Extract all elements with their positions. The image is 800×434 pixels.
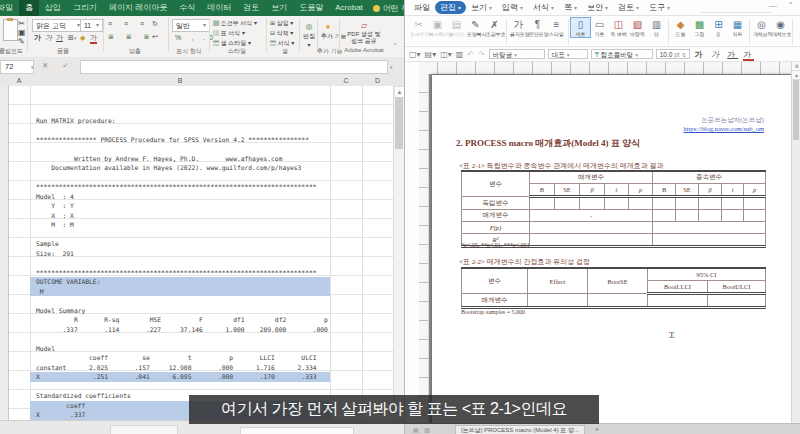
hwp-menu-보안[interactable]: 보안▾ [582, 1, 613, 14]
hwp-tool-조판부호[interactable]: ✗조판부호 [485, 18, 504, 37]
view-mode-icons[interactable]: ▤ ▥ [413, 426, 432, 433]
excel-grid[interactable]: Run MATRIX procedure: **************** P… [0, 86, 393, 420]
column-header-a[interactable]: A [8, 75, 30, 86]
formula-expand-icon[interactable]: ▾ [390, 63, 393, 71]
excel-ribbon-tab[interactable]: 검토 [237, 0, 265, 16]
print-icon[interactable]: ▥ [456, 50, 464, 59]
scrollbar-thumb[interactable] [793, 80, 799, 140]
excel-tab-home[interactable]: 홈 [19, 0, 39, 16]
excel-horizontal-scrollbar[interactable] [240, 427, 354, 434]
underline-button[interactable]: 가 [56, 34, 63, 42]
bold-button[interactable]: 가 [34, 34, 41, 42]
hwp-tool-그림[interactable]: ▩그림 [690, 18, 709, 37]
column-header-b[interactable]: B [30, 75, 330, 86]
font-color-button[interactable]: 가 [90, 34, 97, 44]
save-icon[interactable]: ◫▾ [440, 50, 452, 59]
hwp-vertical-scrollbar[interactable]: ≣ ▲ [791, 62, 800, 424]
hwp-menu-서식[interactable]: 서식▾ [528, 1, 559, 14]
excel-ribbon-tab[interactable]: 페이지 레이아웃 [103, 0, 173, 16]
format-as-table-button[interactable]: ▥ 표 서식 ▾ [213, 29, 245, 38]
cut-icon[interactable]: ✂ [18, 20, 25, 28]
hwp-tool-단[interactable]: ▥단 [647, 18, 666, 37]
hwp-tool-붙이기[interactable]: ▤붙이기 [447, 18, 466, 37]
hwp-tool-찾기[interactable]: H찾기 [795, 18, 800, 37]
hwp-tool-오려두기[interactable]: ✂오려두기 [409, 18, 428, 37]
column-header-c[interactable]: C [330, 75, 362, 86]
text-style-buttons[interactable]: 가 가 가 가 [695, 49, 755, 60]
hwp-search-field[interactable] [701, 3, 771, 13]
excel-ribbon-tab[interactable]: 그리기 [67, 0, 103, 16]
conditional-format-button[interactable]: ▦ 조건부 서식 ▾ [213, 19, 257, 28]
scrollbar-thumb[interactable] [395, 97, 403, 149]
hwp-tool-바탕쪽[interactable]: ▧바탕쪽 [628, 18, 647, 37]
hwp-tool-가로[interactable]: ▭가로 [590, 18, 609, 37]
hwp-tool-개체보호[interactable]: ◉개체보호 [771, 18, 790, 37]
font-size-select[interactable]: 11▾ [80, 19, 103, 32]
format-painter-icon[interactable]: ✎ [18, 38, 25, 46]
hwp-tool-세로[interactable]: ▯세로 [571, 18, 590, 37]
font-size-select[interactable]: 10.0 pt⇅ [656, 49, 690, 59]
preset-select[interactable]: 대표▾ [548, 49, 588, 59]
hwp-tool-표[interactable]: ⊞표 [709, 18, 728, 37]
pdf-create-button[interactable]: ▱PDF 생성 및 링크 공유 [344, 21, 384, 46]
hwp-tool-쪽 여백[interactable]: ◫쪽 여백 [609, 18, 628, 37]
new-tab-button[interactable]: + [595, 425, 599, 434]
name-box-dropdown-icon[interactable]: ▾ [31, 63, 34, 71]
horizontal-align-buttons[interactable]: ≣ ≣ ≣ [108, 33, 155, 41]
excel-ribbon-tab[interactable]: 삽입 [39, 0, 67, 16]
hwp-menu-검토[interactable]: 검토▾ [613, 1, 644, 14]
doc-blog-link[interactable]: https://blog.naver.com/sub_om [683, 125, 764, 132]
document-tab[interactable]: [논쓰남] PROCESS macro (Model 4) 표 양... [455, 425, 585, 434]
tell-me-search[interactable]: 어떤 작업을 원하시나요? [373, 3, 404, 14]
vertical-align-buttons[interactable]: ≡ ≡ ≡ [108, 20, 149, 28]
hwp-tool-복사하기[interactable]: ▣복사하기 [428, 18, 447, 37]
excel-tab-file[interactable]: 파일 [0, 0, 19, 16]
open-icon[interactable]: ▤▾ [425, 50, 437, 59]
borders-button[interactable]: ⊞▾ [68, 34, 76, 42]
fill-color-button[interactable]: ◆ [80, 34, 85, 42]
excel-vertical-scrollbar[interactable]: ▲ [393, 86, 404, 420]
undo-icon[interactable]: ↶ [467, 50, 474, 59]
hwp-menu-도구[interactable]: 도구▾ [644, 1, 675, 14]
excel-ribbon-tab[interactable]: 도움말 [293, 0, 329, 16]
number-format-buttons[interactable]: % , .0 [175, 34, 217, 42]
hwp-window-buttons[interactable]: — ⌃ [769, 1, 798, 10]
font-select[interactable]: ₸ 함초롬바탕▾ [591, 49, 653, 59]
redo-icon[interactable]: ↷ [478, 50, 485, 59]
font-name-select[interactable]: 맑은 고딕▾ [32, 19, 84, 32]
hwp-menu-편집[interactable]: 편집▾ [435, 1, 466, 14]
hwp-menu-입력[interactable]: 입력▾ [497, 1, 528, 14]
new-document-icon[interactable]: ▢▾ [409, 50, 421, 59]
sheet-tab[interactable] [110, 425, 178, 434]
collapse-ribbon-icon[interactable]: ⌃ [392, 42, 398, 50]
wrap-text-button[interactable]: ↩ [152, 33, 158, 41]
hwp-tool-모양복사[interactable]: ✎모양복사 [466, 18, 485, 37]
ruler-toggle-icon[interactable]: ≣ [792, 62, 800, 71]
hwp-tool-개체선택[interactable]: ◎개체선택 [752, 18, 771, 37]
style-select[interactable]: 바탕글▾ [489, 49, 545, 59]
scroll-up-icon[interactable]: ▲ [792, 71, 800, 80]
addins-button[interactable]: ●추가 기능 [321, 22, 335, 41]
column-header-d[interactable]: D [362, 75, 393, 86]
paste-icon[interactable] [3, 19, 18, 41]
formula-input[interactable] [80, 60, 388, 74]
excel-ribbon-tab[interactable]: 수식 [173, 0, 201, 16]
orientation-button[interactable]: ↻ [152, 20, 158, 28]
excel-ribbon-tab[interactable]: 보기 [265, 0, 293, 16]
insert-cells-button[interactable]: ⊞ 삽입 ▾ [270, 19, 293, 28]
editing-button[interactable]: ◎편집▾ [303, 22, 315, 50]
italic-button[interactable]: 가 [45, 34, 52, 42]
hwp-menu-쪽[interactable]: 쪽▾ [559, 1, 582, 14]
hwp-tool-스타일[interactable]: ≡스타일 [547, 18, 566, 37]
excel-ribbon-tab[interactable]: 데이터 [201, 0, 237, 16]
delete-cells-button[interactable]: ⊟ 삭제 ▾ [270, 29, 293, 38]
hwp-tool-차트[interactable]: ▦차트 [728, 18, 747, 37]
number-format-select[interactable]: 일반▾ [172, 19, 210, 32]
hwp-menu-보기[interactable]: 보기▾ [466, 1, 497, 14]
document-page[interactable]: 논문쓰는남자(논쓰남) https://blog.naver.com/sub_o… [432, 75, 792, 434]
hwp-tool-글자모양[interactable]: 가글자모양 [509, 18, 528, 37]
hwp-menu-파일[interactable]: 파일 [409, 1, 435, 14]
hwp-tool-문단모양[interactable]: ¶문단모양 [528, 18, 547, 37]
name-box[interactable]: 72 [0, 60, 34, 74]
hwp-tool-도형[interactable]: ◆도형 [671, 18, 690, 37]
